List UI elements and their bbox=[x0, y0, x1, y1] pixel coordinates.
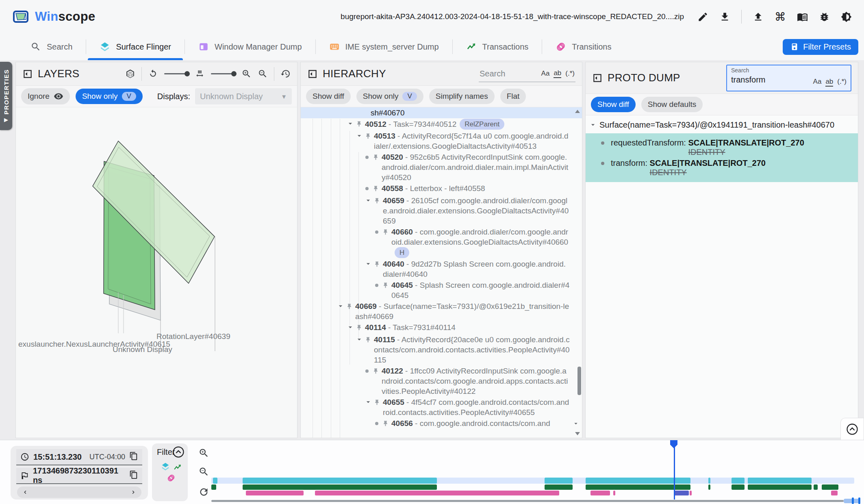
timeline-zoom-slider[interactable] bbox=[211, 500, 844, 502]
rotate-button[interactable] bbox=[148, 69, 158, 79]
transactions-event[interactable] bbox=[822, 484, 838, 490]
surfaceflinger-event[interactable] bbox=[545, 478, 573, 484]
transitions-trace-icon[interactable] bbox=[167, 474, 176, 484]
current-ns-timestamp[interactable]: 1713469873230110391 ns bbox=[33, 466, 125, 485]
match-case-icon[interactable]: Aa bbox=[541, 70, 550, 78]
collapse-arrow-icon[interactable] bbox=[355, 335, 364, 346]
copy-icon[interactable] bbox=[129, 470, 138, 481]
transitions-event[interactable] bbox=[246, 491, 304, 495]
tab-window-manager-dump[interactable]: Window Manager Dump bbox=[185, 33, 315, 60]
timeline-collapse-button[interactable] bbox=[840, 418, 864, 440]
transactions-event[interactable] bbox=[708, 484, 710, 490]
transitions-event[interactable] bbox=[590, 491, 610, 495]
surfaceflinger-event[interactable] bbox=[243, 478, 437, 484]
simplify-names-chip[interactable]: Simplify names bbox=[429, 89, 495, 104]
hierarchy-node[interactable]: 40655 - 4f54cf7 com.google.android.conta… bbox=[301, 397, 582, 418]
show-only-chip[interactable]: Show only V bbox=[356, 89, 423, 104]
pin-icon[interactable] bbox=[356, 324, 363, 334]
hierarchy-search-input[interactable]: Search Aa ab (.*) bbox=[479, 66, 575, 82]
pin-icon[interactable] bbox=[346, 302, 353, 313]
filter-presets-button[interactable]: Filter Presets bbox=[783, 39, 858, 55]
show-diff-chip[interactable]: Show diff bbox=[306, 89, 351, 104]
pin-icon[interactable] bbox=[373, 398, 380, 408]
timeline-cursor-handle[interactable] bbox=[670, 440, 677, 448]
proto-property[interactable]: requestedTransform: SCALE|TRANSLATE|ROT_… bbox=[586, 137, 858, 157]
layers-3d-canvas[interactable]: RotationLayer#40639 exuslauncher.NexusLa… bbox=[16, 107, 297, 438]
hierarchy-node[interactable]: 40512 - Task=7934#40512RelZParent bbox=[301, 118, 582, 130]
surfaceflinger-event[interactable] bbox=[748, 478, 812, 484]
show-diff-chip[interactable]: Show diff bbox=[591, 97, 636, 112]
hierarchy-node[interactable]: 40669 - Surface(name=Task=7931)/@0x619e2… bbox=[301, 301, 582, 322]
match-word-icon[interactable]: ab bbox=[554, 69, 561, 78]
hierarchy-node[interactable]: 40558 - Letterbox - left#40558 bbox=[301, 183, 582, 195]
collapse-arrow-icon[interactable] bbox=[336, 302, 345, 313]
transitions-event[interactable] bbox=[690, 491, 692, 495]
hierarchy-node[interactable]: 40645 - Splash Screen com.google.android… bbox=[301, 280, 582, 301]
hierarchy-node[interactable]: 40115 - ActivityRecord{20ace0e u0 com.go… bbox=[301, 334, 582, 365]
command-button[interactable]: ⌘ bbox=[775, 11, 786, 22]
pin-icon[interactable] bbox=[373, 197, 380, 207]
surfaceflinger-trace-icon[interactable] bbox=[161, 462, 170, 473]
ignore-chip[interactable]: Ignore bbox=[21, 88, 70, 104]
regex-icon[interactable]: (.*) bbox=[565, 70, 575, 78]
current-time[interactable]: 15:51:13.230 bbox=[33, 452, 82, 462]
hierarchy-node[interactable]: 40122 - 1ffcc09 ActivityRecordInputSink … bbox=[301, 365, 582, 397]
collapse-arrow-icon[interactable] bbox=[589, 121, 598, 131]
bug-button[interactable] bbox=[819, 11, 830, 22]
show-only-chip[interactable]: Show only V bbox=[76, 89, 143, 104]
slider-control[interactable] bbox=[211, 73, 235, 74]
transactions-event[interactable] bbox=[814, 484, 818, 490]
transactions-event[interactable] bbox=[211, 484, 216, 490]
collapse-arrow-icon[interactable] bbox=[364, 398, 373, 408]
properties-collapsed-tab[interactable]: PROPERTIES ▶ bbox=[0, 62, 12, 130]
transactions-event[interactable] bbox=[243, 484, 437, 490]
theme-button[interactable] bbox=[841, 11, 852, 22]
pin-icon[interactable] bbox=[382, 228, 389, 238]
chevron-left-icon[interactable] bbox=[22, 489, 28, 495]
show-defaults-chip[interactable]: Show defaults bbox=[641, 97, 703, 112]
transitions-event[interactable] bbox=[315, 491, 559, 495]
hierarchy-node[interactable]: sh#40670 bbox=[301, 107, 582, 118]
collapse-arrow-icon[interactable] bbox=[364, 260, 373, 270]
match-word-icon[interactable]: ab bbox=[825, 78, 833, 87]
chevron-down-icon[interactable] bbox=[572, 419, 580, 430]
slider-handle[interactable] bbox=[852, 497, 854, 504]
collapse-arrow-icon[interactable] bbox=[355, 132, 364, 142]
proto-root-node[interactable]: Surface(name=Task=7934)/@0x1941191_trans… bbox=[586, 119, 858, 133]
transactions-trace-icon[interactable] bbox=[173, 463, 182, 474]
hierarchy-node[interactable]: 40640 - 9d2d27b Splash Screen com.google… bbox=[301, 259, 582, 280]
transactions-event[interactable] bbox=[732, 484, 745, 490]
collapse-arrow-icon[interactable] bbox=[364, 196, 373, 207]
scroll-down-icon[interactable] bbox=[575, 432, 580, 435]
surfaceflinger-event[interactable] bbox=[213, 478, 217, 484]
pin-icon[interactable] bbox=[365, 336, 371, 346]
book-button[interactable] bbox=[797, 11, 808, 22]
hierarchy-node[interactable]: 40520 - 952c6b5 ActivityRecordInputSink … bbox=[301, 152, 582, 183]
surfaceflinger-event[interactable] bbox=[708, 478, 710, 484]
pin-icon[interactable] bbox=[382, 419, 389, 430]
copy-icon[interactable] bbox=[129, 452, 138, 462]
transactions-event[interactable] bbox=[545, 484, 573, 490]
upload-button[interactable] bbox=[753, 11, 764, 22]
tab-transitions[interactable]: Transitions bbox=[542, 33, 625, 60]
transitions-event[interactable] bbox=[613, 491, 615, 495]
timeline-cursor[interactable] bbox=[674, 441, 675, 500]
scroll-up-icon[interactable] bbox=[575, 110, 580, 113]
regex-icon[interactable]: (.*) bbox=[837, 78, 847, 87]
pencil-button[interactable] bbox=[697, 11, 708, 22]
pin-icon[interactable] bbox=[382, 281, 389, 291]
tab-surface-flinger[interactable]: Surface Flinger bbox=[86, 33, 185, 60]
hierarchy-node[interactable]: 40114 - Task=7931#40114 bbox=[301, 322, 582, 334]
hierarchy-node[interactable]: 40660 - com.google.android.dialer/com.go… bbox=[301, 226, 582, 259]
tab-search[interactable]: Search bbox=[17, 33, 86, 60]
zoom-in-button[interactable] bbox=[198, 448, 209, 460]
transitions-event[interactable] bbox=[831, 491, 838, 495]
selected-transition-event[interactable] bbox=[674, 491, 689, 495]
filter-collapse-button[interactable] bbox=[172, 446, 185, 460]
proto-property[interactable]: transform: SCALE|TRANSLATE|ROT_270transf… bbox=[586, 157, 858, 177]
pin-icon[interactable] bbox=[372, 153, 379, 163]
download-button[interactable] bbox=[719, 11, 730, 22]
hierarchy-node[interactable]: 40513 - ActivityRecord{5c7f14a u0 com.go… bbox=[301, 130, 582, 152]
collapse-arrow-icon[interactable] bbox=[346, 119, 355, 130]
cube-button[interactable] bbox=[125, 69, 135, 79]
